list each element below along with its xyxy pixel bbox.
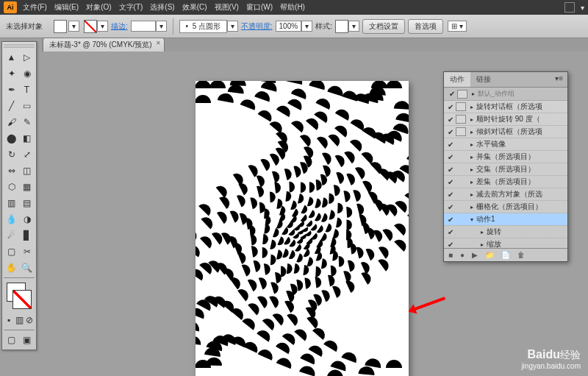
preferences-button[interactable]: 首选项 xyxy=(408,19,443,34)
disclosure-triangle-icon[interactable]: ▸ xyxy=(470,129,473,135)
dialog-toggle-icon[interactable] xyxy=(456,202,466,211)
tool-pen[interactable]: ✒ xyxy=(4,82,19,98)
tool-rectangle[interactable]: ▭ xyxy=(19,98,35,114)
stroke-width-dd[interactable]: ▾ xyxy=(156,21,167,32)
panel-menu-icon[interactable]: ▾≡ xyxy=(551,72,567,87)
tool-selection[interactable]: ▲ xyxy=(4,49,19,65)
fill-dropdown[interactable]: ▾ xyxy=(68,21,79,32)
disclosure-triangle-icon[interactable]: ▸ xyxy=(470,154,473,160)
action-row[interactable]: ✔▾动作1 xyxy=(444,213,567,226)
close-tab-icon[interactable]: ✕ xyxy=(156,40,161,46)
toggle-check-icon[interactable]: ✔ xyxy=(445,191,456,199)
action-row[interactable]: ✔▸顺时针旋转 90 度（ xyxy=(444,113,567,126)
opacity-dd[interactable]: ▾ xyxy=(301,21,312,32)
tool-free-transform[interactable]: ◫ xyxy=(19,163,35,179)
dialog-toggle-icon[interactable] xyxy=(456,227,466,236)
toggle-check-icon[interactable]: ✔ xyxy=(445,128,456,136)
mode-gradient[interactable]: ▥ xyxy=(14,312,24,328)
tool-gradient[interactable]: ▤ xyxy=(19,195,35,211)
opacity-input[interactable]: 100% xyxy=(276,21,302,32)
disclosure-triangle-icon[interactable]: ▸ xyxy=(470,179,473,185)
toggle-check-icon[interactable]: ✔ xyxy=(445,216,456,224)
mode-none[interactable]: ⊘ xyxy=(24,312,35,328)
toggle-check-icon[interactable]: ✔ xyxy=(445,141,456,149)
dialog-toggle-icon[interactable] xyxy=(456,127,466,136)
action-row[interactable]: ✔▸缩放 xyxy=(444,238,567,248)
fill-swatch[interactable] xyxy=(54,20,67,33)
tool-graph[interactable]: ▊ xyxy=(19,227,35,244)
tool-mesh[interactable]: ▥ xyxy=(4,195,19,211)
tab-links[interactable]: 链接 xyxy=(470,72,497,87)
disclosure-triangle-icon[interactable]: ▸ xyxy=(481,229,484,235)
dialog-toggle-icon[interactable] xyxy=(456,165,466,174)
toggle-check-icon[interactable]: ✔ xyxy=(445,116,456,124)
tab-actions[interactable]: 动作 xyxy=(444,72,470,87)
menu-file[interactable]: 文件(F) xyxy=(23,2,47,13)
mode-color[interactable]: ▪ xyxy=(4,312,14,328)
menu-object[interactable]: 对象(O) xyxy=(86,2,111,13)
tool-perspective[interactable]: ▦ xyxy=(19,179,35,195)
tool-magic-wand[interactable]: ✦ xyxy=(4,65,19,82)
toggle-check-icon[interactable]: ✔ xyxy=(445,241,456,249)
tool-line[interactable]: ╱ xyxy=(4,98,19,114)
play-icon[interactable]: ▶ xyxy=(472,251,478,259)
stroke-width-input[interactable] xyxy=(131,21,156,32)
dialog-toggle-icon[interactable] xyxy=(456,115,466,124)
disclosure-triangle-icon[interactable]: ▸ xyxy=(470,166,473,173)
tool-width[interactable]: ⇔ xyxy=(4,163,19,179)
tool-slice[interactable]: ✂ xyxy=(19,244,35,260)
tool-blend[interactable]: ◑ xyxy=(19,211,35,227)
screen-mode-normal[interactable]: ▢ xyxy=(4,332,19,348)
tool-blob-brush[interactable]: ⬤ xyxy=(4,130,19,146)
disclosure-triangle-icon[interactable]: ▸ xyxy=(470,116,473,123)
dialog-toggle-icon[interactable] xyxy=(456,177,466,186)
tool-zoom[interactable]: 🔍 xyxy=(19,260,35,276)
menu-help[interactable]: 帮助(H) xyxy=(280,2,305,13)
tool-lasso[interactable]: ◉ xyxy=(19,65,35,82)
menu-type[interactable]: 文字(T) xyxy=(119,2,143,13)
tool-brush[interactable]: 🖌 xyxy=(4,114,19,130)
tool-pencil[interactable]: ✎ xyxy=(19,114,35,130)
action-row[interactable]: ✔▸并集（所选项目） xyxy=(444,151,567,163)
action-row[interactable]: ✔▸倾斜对话框（所选项 xyxy=(444,126,567,138)
new-action-icon[interactable]: 📄 xyxy=(501,251,510,259)
tool-eyedropper[interactable]: 💧 xyxy=(4,211,19,227)
dialog-toggle-icon[interactable] xyxy=(456,190,466,199)
disclosure-triangle-icon[interactable]: ▸ xyxy=(470,104,473,110)
disclosure-triangle-icon[interactable]: ▾ xyxy=(470,216,473,223)
stop-icon[interactable]: ■ xyxy=(448,251,453,259)
brush-dropdown[interactable]: • 5 点圆形 xyxy=(179,20,227,33)
disclosure-triangle-icon[interactable]: ▸ xyxy=(470,191,473,198)
dialog-toggle-icon[interactable] xyxy=(456,152,466,161)
tool-symbol[interactable]: ☄ xyxy=(4,227,19,244)
screen-mode-full[interactable]: ▣ xyxy=(19,332,35,348)
tool-scale[interactable]: ⤢ xyxy=(19,146,35,163)
tool-eraser[interactable]: ◧ xyxy=(19,130,35,146)
tool-color-pickers[interactable] xyxy=(4,281,35,311)
action-row[interactable]: ✔▸栅格化（所选项目） xyxy=(444,201,567,213)
tool-rotate[interactable]: ↻ xyxy=(4,146,19,163)
style-dd[interactable]: ▾ xyxy=(348,21,359,32)
stroke-dropdown[interactable]: ▾ xyxy=(97,21,108,32)
disclosure-triangle-icon[interactable]: ▸ xyxy=(470,141,473,148)
action-row[interactable]: ✔▸旋转对话框（所选项 xyxy=(444,101,567,113)
tool-direct-selection[interactable]: ▷ xyxy=(19,49,35,65)
menu-effect[interactable]: 效果(C) xyxy=(182,2,207,13)
action-row[interactable]: ✔▸旋转 xyxy=(444,226,567,238)
align-dd[interactable]: ⊞ ▾ xyxy=(448,21,467,32)
menu-select[interactable]: 选择(S) xyxy=(150,2,174,13)
dialog-toggle-icon[interactable] xyxy=(456,102,466,111)
toggle-check-icon[interactable]: ✔ xyxy=(445,203,456,211)
record-icon[interactable]: ● xyxy=(460,251,465,259)
tool-shape-builder[interactable]: ⬡ xyxy=(4,179,19,195)
artboard[interactable] xyxy=(196,81,409,376)
stroke-swatch[interactable] xyxy=(84,20,97,33)
action-row[interactable]: ✔▸交集（所选项目） xyxy=(444,163,567,176)
document-tab[interactable]: 未标题-3* @ 70% (CMYK/预览) ✕ xyxy=(43,38,165,52)
tool-hand[interactable]: ✋ xyxy=(4,260,19,276)
menu-view[interactable]: 视图(V) xyxy=(215,2,239,13)
menu-window[interactable]: 窗口(W) xyxy=(246,2,273,13)
action-row[interactable]: ✔▸减去前方对象（所选 xyxy=(444,188,567,201)
dialog-toggle-icon[interactable] xyxy=(456,240,466,248)
toggle-check-icon[interactable]: ✔ xyxy=(445,166,456,174)
